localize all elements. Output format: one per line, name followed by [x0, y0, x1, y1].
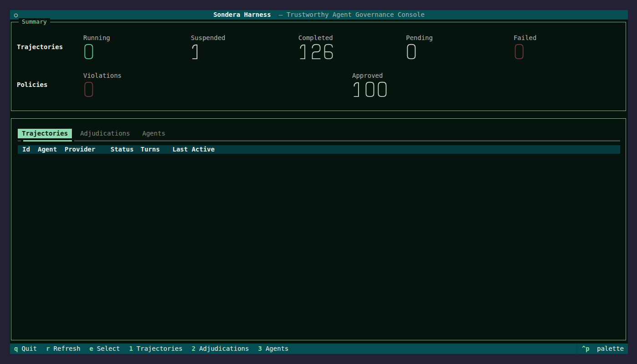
summary-panel: Summary TrajectoriesRunningSuspendedComp…	[11, 22, 626, 111]
binding-key: e	[90, 345, 93, 352]
tab-agents[interactable]: Agents	[138, 129, 170, 138]
footer-bindings: qQuitrRefresheSelect1Trajectories2Adjudi…	[14, 344, 298, 354]
binding-key: q	[14, 345, 18, 352]
main-panel: TrajectoriesAdjudicationsAgents IdAgentP…	[11, 118, 626, 340]
footer-binding-quit[interactable]: qQuit	[14, 344, 37, 354]
summary-metric-suspended: Suspended	[191, 34, 298, 61]
tab-underline-dash	[18, 140, 21, 142]
binding-key: 2	[192, 345, 195, 352]
summary-metric-completed: Completed	[298, 34, 406, 61]
footer-binding-agents[interactable]: 3Agents	[258, 344, 288, 354]
table-header-row: IdAgentProviderStatusTurnsLast Active	[18, 145, 620, 154]
metric-label: Pending	[406, 34, 513, 41]
metric-label: Suspended	[191, 34, 298, 41]
metric-big-digits	[83, 43, 191, 61]
app-window: ○ Sondera Harness — Trustworthy Agent Go…	[10, 10, 628, 354]
column-header-last-active[interactable]: Last Active	[172, 145, 215, 154]
tab-underline	[18, 140, 620, 142]
tab-adjudications[interactable]: Adjudications	[76, 129, 134, 138]
desktop-background: ○ Sondera Harness — Trustworthy Agent Go…	[0, 0, 637, 364]
binding-key: r	[46, 345, 50, 352]
footer-binding-refresh[interactable]: rRefresh	[46, 344, 80, 354]
binding-key: 1	[129, 345, 133, 352]
binding-label: Adjudications	[199, 345, 249, 352]
metric-big-digits	[191, 43, 298, 61]
summary-panel-title: Summary	[19, 18, 50, 25]
binding-label: Trajectories	[136, 345, 182, 352]
metric-label: Approved	[352, 72, 621, 79]
summary-rows: TrajectoriesRunningSuspendedCompletedPen…	[17, 34, 621, 99]
metric-label: Completed	[298, 34, 406, 41]
binding-label: Agents	[266, 345, 289, 352]
window-title: Sondera Harness — Trustworthy Agent Gove…	[10, 10, 628, 20]
binding-label: Refresh	[54, 345, 81, 352]
summary-row-trajectories: TrajectoriesRunningSuspendedCompletedPen…	[17, 34, 621, 61]
metric-label: Running	[83, 34, 191, 41]
summary-row-label: Trajectories	[17, 34, 83, 61]
summary-row-policies: PoliciesViolationsApproved	[17, 72, 621, 99]
summary-metric-running: Running	[83, 34, 191, 61]
metric-big-digits	[514, 43, 621, 61]
metric-big-digits	[298, 43, 406, 61]
footer-keybar: qQuitrRefresheSelect1Trajectories2Adjudi…	[10, 344, 628, 354]
summary-metric-failed: Failed	[514, 34, 621, 61]
summary-metrics: RunningSuspendedCompletedPendingFailed	[83, 34, 621, 61]
column-header-turns[interactable]: Turns	[141, 145, 172, 154]
binding-label: Quit	[21, 345, 37, 352]
footer-binding-trajectories[interactable]: 1Trajectories	[129, 344, 183, 354]
footer-binding-select[interactable]: eSelect	[90, 344, 120, 354]
summary-metric-pending: Pending	[406, 34, 513, 61]
table-body	[11, 154, 626, 340]
summary-metric-approved: Approved	[352, 72, 621, 99]
column-header-provider[interactable]: Provider	[65, 145, 111, 154]
metric-label: Violations	[83, 72, 352, 79]
metric-label: Failed	[514, 34, 621, 41]
palette-key: ^p	[582, 345, 590, 352]
app-name: Sondera Harness	[213, 11, 271, 18]
summary-metrics: ViolationsApproved	[83, 72, 621, 99]
metric-big-digits	[406, 43, 513, 61]
tab-underline-track	[74, 140, 620, 142]
column-header-status[interactable]: Status	[111, 145, 141, 154]
binding-key: 3	[258, 345, 262, 352]
app-subtitle: — Trustworthy Agent Governance Console	[279, 11, 425, 18]
summary-metric-violations: Violations	[83, 72, 352, 99]
column-header-id[interactable]: Id	[22, 145, 38, 154]
tab-underline-active	[23, 140, 72, 142]
summary-row-label: Policies	[17, 72, 83, 99]
column-header-agent[interactable]: Agent	[38, 145, 65, 154]
binding-label: Select	[97, 345, 120, 352]
tab-trajectories[interactable]: Trajectories	[18, 129, 72, 138]
palette-label: palette	[597, 345, 624, 352]
titlebar: ○ Sondera Harness — Trustworthy Agent Go…	[10, 10, 628, 20]
footer-palette-binding[interactable]: ^p palette	[576, 344, 624, 354]
metric-big-digits	[83, 81, 352, 99]
metric-big-digits	[352, 81, 621, 99]
tab-bar: TrajectoriesAdjudicationsAgents	[11, 129, 626, 138]
footer-binding-adjudications[interactable]: 2Adjudications	[192, 344, 249, 354]
